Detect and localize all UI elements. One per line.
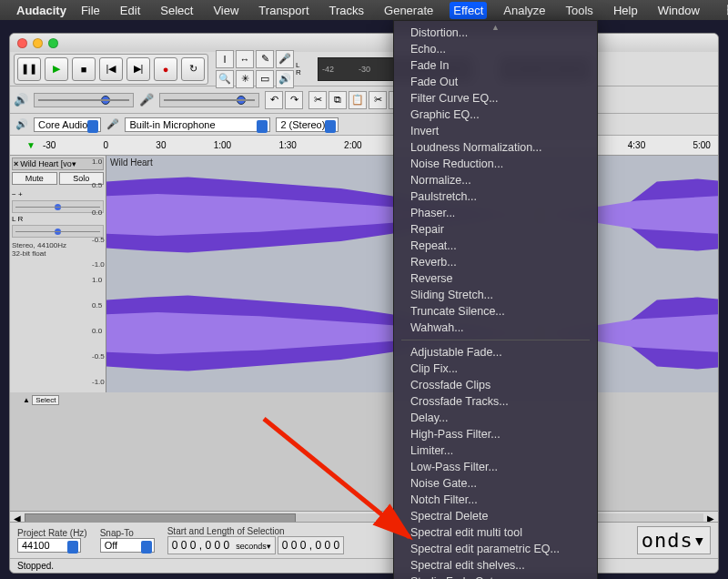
effect-menu-item[interactable]: Sliding Stretch... [394,287,597,303]
selection-length-field[interactable]: 0 0 0 , 0 0 0 [278,536,344,554]
titlebar[interactable] [10,34,718,52]
effect-menu-item[interactable]: Fade In [394,57,597,74]
audio-position-field[interactable]: onds▾ [637,526,711,554]
timeline-ruler[interactable]: ▼ -300 301:00 1:302:00 4:305:00 [10,136,718,156]
scroll-up-icon[interactable]: ▲ [491,23,500,32]
scale-label: 0.0 [92,327,102,335]
effect-menu-item[interactable]: Normalize... [394,172,597,188]
menu-file[interactable]: File [77,2,104,19]
redo-button[interactable]: ↷ [285,91,303,109]
project-rate-label: Project Rate (Hz) [17,528,87,538]
skip-end-button[interactable]: ▶| [126,57,150,81]
effect-menu-item[interactable]: Filter Curve EQ... [394,90,597,107]
recording-volume-slider[interactable] [159,93,259,107]
menu-transport[interactable]: Transport [255,2,312,19]
pan-slider[interactable] [12,225,104,238]
zoom-tool[interactable]: 🔍 [216,70,234,88]
menu-edit[interactable]: Edit [116,2,144,19]
effect-menu-item[interactable]: Spectral edit multi tool [394,524,597,541]
arrow-select-widget[interactable]: ▲ Select [23,396,59,404]
menu-generate[interactable]: Generate [380,2,437,19]
playhead-icon[interactable]: ▼ [26,140,35,150]
playback-volume-icon: 🔊 [14,93,28,107]
snap-to-label: Snap-To [100,528,155,538]
app-name[interactable]: Audacity [16,4,66,17]
menu-select[interactable]: Select [157,2,197,19]
playback-meter-icon[interactable]: 🔊 [276,70,294,88]
effect-menu-item[interactable]: Repeat... [394,238,597,254]
cut-button[interactable]: ✂ [308,91,327,109]
record-button[interactable]: ● [154,57,177,81]
effect-menu-item[interactable]: Spectral Delete [394,508,597,524]
project-rate-select[interactable]: 44100 [17,538,81,553]
envelope-tool[interactable]: ↔ [236,50,254,68]
effect-menu-item[interactable]: Phaser... [394,205,597,221]
menu-view[interactable]: View [209,2,242,19]
status-bar: Stopped. [10,558,718,573]
effect-menu-item[interactable]: Wahwah... [394,320,597,336]
effect-menu-item[interactable]: Reverb... [394,254,597,270]
copy-button[interactable]: ⧉ [329,91,347,109]
effect-menu-item[interactable]: Notch Filter... [394,492,597,508]
effect-menu-item[interactable]: Noise Reduction... [394,156,597,172]
effect-menu-item[interactable]: Truncate Silence... [394,303,597,320]
effect-menu-item[interactable]: Clip Fix... [394,361,597,377]
timeshift-tool[interactable]: ▭ [256,70,274,88]
effect-menu-item[interactable]: Delay... [394,410,597,426]
effect-menu-item[interactable]: Limiter... [394,442,597,459]
audio-host-select[interactable]: Core Audio [34,117,101,132]
effect-menu-item[interactable]: Invert [394,123,597,139]
recording-channels-select[interactable]: 2 (Stereo) [276,117,339,132]
effect-menu-item[interactable]: Crossfade Tracks... [394,393,597,410]
menu-help[interactable]: Help [610,2,642,19]
loop-button[interactable]: ↻ [181,57,205,81]
effect-menu-item[interactable]: Loudness Normalization... [394,139,597,156]
effect-menu-item[interactable]: Fade Out [394,74,597,90]
effect-menu-item[interactable]: Crossfade Clips [394,377,597,393]
scale-label: -0.5 [92,236,105,244]
effect-menu-item[interactable]: Spectral edit parametric EQ... [394,541,597,557]
effect-menu-item[interactable]: Repair [394,221,597,238]
menu-tools[interactable]: Tools [562,2,597,19]
effect-menu-item[interactable]: High-Pass Filter... [394,426,597,442]
menu-effect[interactable]: Effect [450,2,487,19]
skip-start-button[interactable]: |◀ [99,57,123,81]
device-toolbar: 🔊 Core Audio 🎤 Built-in Microphone 2 (St… [10,114,718,136]
effect-menu-item[interactable]: Paulstretch... [394,188,597,205]
scale-label: -1.0 [92,378,105,386]
mic-meter-icon[interactable]: 🎤 [276,50,294,68]
effect-menu-item[interactable]: Echo... [394,41,597,57]
scale-label: 1.0 [92,157,102,166]
pause-button[interactable]: ❚❚ [17,57,41,81]
effect-menu-item[interactable]: Studio Fade Out [394,574,597,579]
track-name-dropdown[interactable]: × Wild Heart [vo▾ [12,157,104,170]
close-window-icon[interactable] [17,38,27,48]
menu-window[interactable]: Window [654,2,703,19]
snap-to-select[interactable]: Off [100,538,155,553]
recording-device-select[interactable]: Built-in Microphone [125,117,270,132]
draw-tool[interactable]: ✎ [256,50,274,68]
track-close-icon[interactable]: × [14,159,18,168]
menu-tracks[interactable]: Tracks [326,2,369,19]
recording-device-icon: 🎤 [106,118,119,130]
menu-analyze[interactable]: Analyze [500,2,549,19]
effect-menu-item[interactable]: Noise Gate... [394,475,597,492]
effect-menu-item[interactable]: Spectral edit shelves... [394,557,597,574]
zoom-window-icon[interactable] [48,38,58,48]
selection-start-field[interactable]: 0 0 0 , 0 0 0 seconds▾ [167,536,276,554]
paste-button[interactable]: 📋 [349,91,367,109]
minimize-window-icon[interactable] [33,38,43,48]
play-button[interactable]: ▶ [45,57,68,81]
undo-button[interactable]: ↶ [265,91,283,109]
mute-button[interactable]: Mute [12,172,57,185]
effect-menu-item[interactable]: Adjustable Fade... [394,344,597,361]
effect-menu-item[interactable]: Reverse [394,270,597,287]
selection-tool[interactable]: I [216,50,234,68]
gain-slider[interactable] [12,200,104,213]
effect-menu-item[interactable]: Graphic EQ... [394,107,597,123]
playback-volume-slider[interactable] [34,93,134,107]
trim-button[interactable]: ✂ [369,91,387,109]
effect-menu-item[interactable]: Low-Pass Filter... [394,459,597,475]
multi-tool[interactable]: ✳ [236,70,254,88]
stop-button[interactable]: ■ [72,57,96,81]
